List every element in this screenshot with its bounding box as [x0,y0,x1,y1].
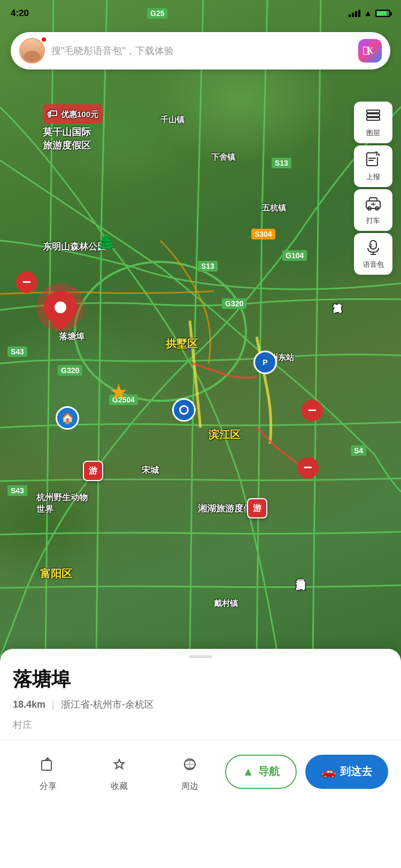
road-sign-s4: S4 [351,445,366,456]
marker-minus-1: − [16,272,37,293]
search-logo[interactable]: K [358,39,382,63]
road-sign-s43-1: S43 [7,346,27,357]
label-xiashe: 下舍镇 [211,152,235,162]
label-wuhang: 五杭镇 [262,203,286,213]
report-icon [365,151,382,170]
toolbar-label-taxi: 打车 [366,216,380,226]
map-area[interactable]: G25 S13 S304 S13 G104 G320 G320 S43 G250… [0,0,401,657]
svg-rect-5 [367,118,380,120]
toolbar-btn-voice[interactable]: 语音包 [354,233,392,275]
label-songcheng: 宋城 [142,465,159,476]
toolbar-label-report: 上报 [366,172,380,182]
share-label: 分享 [40,781,57,792]
label-moganshan: 🏷 优惠100元 莫干山国际旅游度假区 [43,104,103,152]
place-type: 村庄 [0,716,401,740]
road-sign-s13-1: S13 [272,158,291,168]
layers-icon [365,107,382,126]
battery-icon [375,10,390,17]
road-sign-s13-2: S13 [198,261,218,272]
toolbar-btn-report[interactable]: 上报 [354,145,392,187]
nearby-button[interactable]: 周边 [155,751,225,792]
label-fuyang: 富阳区 [40,567,72,581]
label-daicun: 戴村镇 [214,599,238,609]
status-bar: 4:20 ▲ [0,0,401,27]
label-luotang: 落塘埠 [59,331,84,343]
nav-buttons: ▲ 导航 🚗 到这去 [225,755,388,789]
marker-minus-3: − [297,457,319,478]
label-gongyi: 拱墅区 [166,337,198,351]
marker-star: ★ [108,382,128,402]
taxi-icon [365,195,382,214]
marker-you-2: 游 [247,498,267,518]
place-distance: 18.4km [13,699,45,710]
wifi-icon: ▲ [364,9,372,18]
place-name: 落塘埠 [0,666,401,693]
road-sign-s304: S304 [251,229,275,239]
toolbar-label-layers: 图层 [366,128,380,138]
marker-blue-center [172,398,196,422]
drag-handle [189,655,212,658]
favorite-button[interactable]: 收藏 [83,751,154,792]
status-time: 4:20 [11,8,29,19]
svg-rect-4 [367,114,380,117]
location-pin[interactable] [36,283,84,331]
toolbar-label-voice: 语音包 [363,260,384,269]
road-sign-g320-2: G320 [58,365,82,376]
favorite-label: 收藏 [111,781,128,792]
goto-button[interactable]: 🚗 到这去 [305,755,388,789]
goto-car-icon: 🚗 [321,765,336,779]
navigate-arrow-icon: ▲ [242,765,254,779]
svg-rect-28 [42,761,51,770]
label-qianshan: 千山镇 [160,115,184,125]
status-icons: ▲ [349,9,390,18]
search-placeholder[interactable]: 搜"毛晓彤语音包"，下载体验 [45,44,358,57]
road-sign-g104: G104 [282,250,307,261]
marker-home: 🏠 [56,406,79,430]
search-notification-badge [41,36,47,43]
nearby-label: 周边 [181,781,198,792]
marker-hangzhou-q: P [253,351,277,374]
place-location: 浙江省-杭州市-余杭区 [61,698,154,711]
toolbar-btn-layers[interactable]: 图层 [354,102,392,143]
road-sign-s43-2: S43 [7,485,27,496]
nearby-icon [176,751,203,778]
svg-rect-3 [367,110,380,113]
action-row: 分享 收藏 周边 ▲ 导航 [0,740,401,803]
label-binjiang: 滨江区 [209,428,241,442]
place-info: 18.4km | 浙江省-杭州市-余杭区 [0,693,401,716]
bottom-panel: 落塘埠 18.4km | 浙江省-杭州市-余杭区 村庄 分享 收藏 [0,649,401,868]
label-hangzhouye: 杭州野生动物世界 [36,492,88,516]
road-sign-g320-1: G320 [222,298,246,309]
share-icon [35,751,61,778]
toolbar-btn-taxi[interactable]: 打车 [354,189,392,231]
toolbar: 图层 上报 打车 [354,102,392,275]
marker-you-1: 游 [83,461,103,481]
search-bar[interactable]: 搜"毛晓彤语音包"，下载体验 K [11,32,390,69]
share-button[interactable]: 分享 [13,751,83,792]
favorite-icon [106,751,133,778]
voice-icon [365,238,382,258]
signal-bars [349,10,360,17]
navigate-button[interactable]: ▲ 导航 [225,755,297,789]
marker-dongming-tree: 🌲 [96,232,115,252]
marker-minus-2: − [302,400,323,421]
